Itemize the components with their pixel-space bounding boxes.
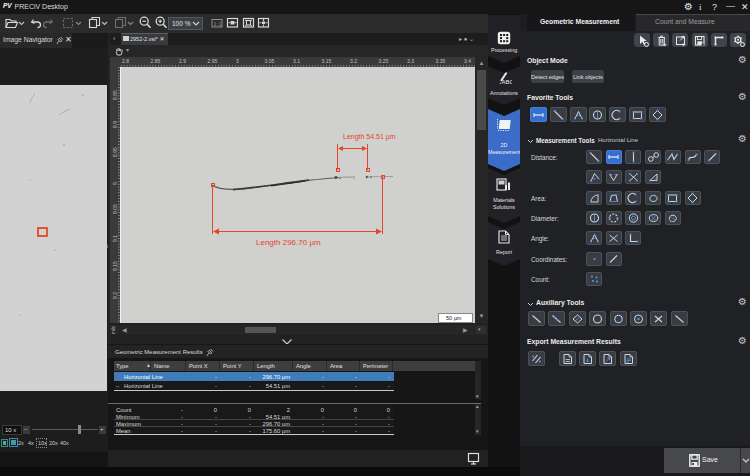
svg-text:ABC: ABC — [502, 79, 513, 85]
svg-text:1:1: 1:1 — [213, 21, 222, 27]
svg-text:Length 54.51 µm: Length 54.51 µm — [343, 133, 396, 141]
svg-text:Length 296.70 µm: Length 296.70 µm — [256, 238, 321, 247]
